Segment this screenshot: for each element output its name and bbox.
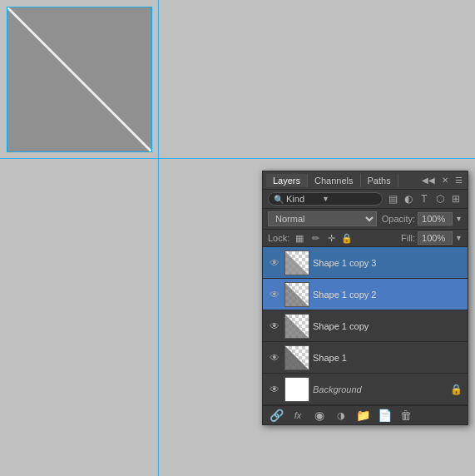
filter-pixel-icon[interactable]: ▤ <box>386 193 399 205</box>
group-button[interactable]: 📁 <box>354 409 371 422</box>
delete-button[interactable]: 🗑 <box>398 409 414 422</box>
eye-icon-shape1copy2[interactable]: 👁 <box>268 289 281 300</box>
filter-text-icon[interactable]: T <box>418 193 431 205</box>
filter-smart-icon[interactable]: ⊞ <box>449 193 463 205</box>
layer-item-background[interactable]: 👁 Background 🔒 <box>263 374 468 405</box>
mask-button[interactable]: ◉ <box>311 409 328 422</box>
kind-input[interactable] <box>286 194 319 204</box>
link-button[interactable]: 🔗 <box>268 409 285 422</box>
background-lock-icon: 🔒 <box>450 384 463 395</box>
eye-icon-background[interactable]: 👁 <box>268 384 281 395</box>
kind-search[interactable]: 🔍 ▼ <box>268 192 383 206</box>
image-canvas <box>7 7 152 152</box>
panel-titlebar: Layers Channels Paths ◀◀ ✕ ☰ <box>263 171 468 190</box>
layer-item-shape1copy2[interactable]: 👁 Shape 1 copy 2 <box>263 279 468 310</box>
layer-name-shape1: Shape 1 <box>313 353 463 363</box>
svg-marker-4 <box>285 315 309 338</box>
tab-channels[interactable]: Channels <box>308 174 360 187</box>
close-button[interactable]: ✕ <box>440 176 450 185</box>
fx-button[interactable]: fx <box>289 410 306 420</box>
layer-name-shape1copy3: Shape 1 copy 3 <box>313 258 463 268</box>
svg-marker-3 <box>285 283 309 306</box>
guide-vertical <box>158 0 159 476</box>
lock-row: Lock: ▦ ✏ ✛ 🔒 Fill: 100% ▼ <box>263 230 468 247</box>
new-layer-button[interactable]: 📄 <box>376 409 393 422</box>
thumb-shape1copy <box>285 314 309 339</box>
blend-mode-select[interactable]: Normal <box>268 211 377 226</box>
filter-adjustment-icon[interactable]: ◐ <box>402 193 415 205</box>
panel-controls: ◀◀ ✕ ☰ <box>420 176 464 185</box>
svg-marker-2 <box>285 251 309 275</box>
layers-panel: Layers Channels Paths ◀◀ ✕ ☰ 🔍 ▼ ▤ ◐ T ⬡… <box>262 171 468 425</box>
fill-dropdown-icon: ▼ <box>455 234 463 242</box>
opacity-value[interactable]: 100% <box>418 212 453 226</box>
fill-value[interactable]: 100% <box>418 231 453 245</box>
lock-all-icon[interactable]: 🔒 <box>340 233 354 244</box>
eye-icon-shape1[interactable]: 👁 <box>268 352 281 364</box>
layer-item-shape1copy3[interactable]: 👁 Shape 1 copy 3 <box>263 247 468 279</box>
lock-transparent-icon[interactable]: ▦ <box>293 233 306 244</box>
layer-name-shape1copy2: Shape 1 copy 2 <box>313 290 463 300</box>
filter-shape-icon[interactable]: ⬡ <box>433 193 447 205</box>
guide-horizontal <box>0 158 475 159</box>
layer-item-shape1[interactable]: 👁 Shape 1 <box>263 342 468 374</box>
adjustment-button[interactable]: ◑ <box>333 410 349 421</box>
collapse-button[interactable]: ◀◀ <box>420 176 437 185</box>
opacity-dropdown-icon: ▼ <box>455 215 463 223</box>
filter-icons: ▤ ◐ T ⬡ ⊞ <box>386 193 463 205</box>
search-icon: 🔍 <box>274 195 284 204</box>
menu-button[interactable]: ☰ <box>453 176 464 185</box>
panel-footer: 🔗 fx ◉ ◑ 📁 📄 🗑 <box>263 405 468 424</box>
fill-group: Fill: 100% ▼ <box>401 231 463 245</box>
svg-marker-5 <box>285 346 309 369</box>
fill-label: Fill: <box>401 233 415 243</box>
blend-row: Normal Opacity: 100% ▼ <box>263 209 468 230</box>
lock-label: Lock: <box>268 233 289 243</box>
thumb-background <box>285 377 309 402</box>
layer-name-background: Background <box>313 384 447 394</box>
opacity-label: Opacity: <box>382 214 415 224</box>
panel-tabs: Layers Channels Paths <box>266 174 420 187</box>
eye-icon-shape1copy3[interactable]: 👁 <box>268 257 281 269</box>
lock-image-icon[interactable]: ✏ <box>309 233 322 244</box>
layer-item-shape1copy[interactable]: 👁 Shape 1 copy <box>263 310 468 342</box>
tab-paths[interactable]: Paths <box>361 174 398 187</box>
lock-position-icon[interactable]: ✛ <box>324 233 338 244</box>
thumb-shape1copy3 <box>285 250 309 275</box>
eye-icon-shape1copy[interactable]: 👁 <box>268 320 281 332</box>
opacity-group: Opacity: 100% ▼ <box>382 212 463 226</box>
dropdown-icon: ▼ <box>322 195 329 203</box>
thumb-shape1copy2 <box>285 282 309 307</box>
layer-name-shape1copy: Shape 1 copy <box>313 321 463 331</box>
lock-icons: ▦ ✏ ✛ 🔒 <box>293 233 354 244</box>
tab-layers[interactable]: Layers <box>266 174 308 187</box>
kind-row: 🔍 ▼ ▤ ◐ T ⬡ ⊞ <box>263 190 468 209</box>
thumb-shape1 <box>285 345 309 370</box>
